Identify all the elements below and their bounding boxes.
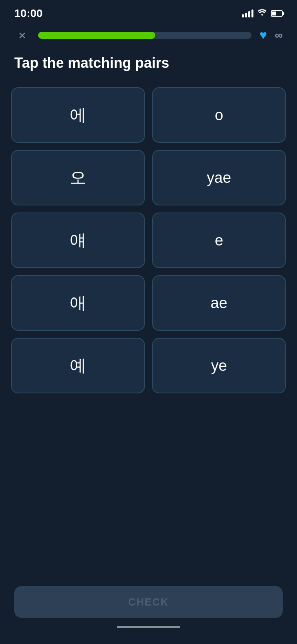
pairs-grid: 에 o 오 yae 얘 e 애 ae 예 ye (0, 75, 297, 578)
signal-bar-2 (245, 13, 247, 17)
battery-fill (272, 12, 276, 15)
status-time: 10:00 (14, 7, 43, 20)
card-text-right-4: ye (211, 357, 227, 374)
card-right-0[interactable]: o (152, 87, 286, 143)
heart-icon: ♥ (259, 28, 267, 42)
card-left-4[interactable]: 예 (11, 338, 145, 393)
card-text-left-1: 오 (70, 167, 86, 189)
infinity-icon: ∞ (275, 29, 283, 42)
progress-bar-fill (38, 32, 155, 39)
close-button[interactable]: × (14, 29, 30, 42)
pair-row-0: 에 o (11, 87, 286, 143)
signal-bar-3 (248, 11, 250, 17)
card-text-right-3: ae (211, 295, 227, 312)
pair-row-1: 오 yae (11, 150, 286, 205)
pair-row-2: 얘 e (11, 213, 286, 268)
status-icons (242, 8, 283, 19)
card-text-left-0: 에 (70, 104, 86, 126)
card-text-left-4: 예 (70, 355, 86, 377)
header: × ♥ ∞ (0, 24, 297, 46)
signal-bar-4 (251, 10, 253, 17)
card-right-4[interactable]: ye (152, 338, 286, 393)
check-button[interactable]: CHECK (14, 586, 283, 618)
signal-icon (242, 10, 253, 17)
bottom-area: CHECK (0, 578, 297, 644)
signal-bar-1 (242, 14, 244, 17)
pair-row-3: 애 ae (11, 275, 286, 331)
card-right-2[interactable]: e (152, 213, 286, 268)
card-left-0[interactable]: 에 (11, 87, 145, 143)
status-bar: 10:00 (0, 0, 297, 24)
card-text-left-2: 얘 (70, 229, 86, 251)
progress-bar-container (38, 32, 251, 39)
page-title: Tap the matching pairs (0, 46, 297, 75)
card-left-1[interactable]: 오 (11, 150, 145, 205)
card-right-3[interactable]: ae (152, 275, 286, 331)
card-right-1[interactable]: yae (152, 150, 286, 205)
card-left-3[interactable]: 애 (11, 275, 145, 331)
battery-icon (271, 10, 283, 17)
home-indicator (117, 626, 180, 628)
card-text-right-1: yae (207, 169, 231, 186)
card-text-left-3: 애 (70, 292, 86, 314)
wifi-icon (257, 8, 267, 19)
card-text-right-2: e (215, 232, 223, 249)
card-left-2[interactable]: 얘 (11, 213, 145, 268)
pair-row-4: 예 ye (11, 338, 286, 393)
card-text-right-0: o (215, 107, 223, 124)
